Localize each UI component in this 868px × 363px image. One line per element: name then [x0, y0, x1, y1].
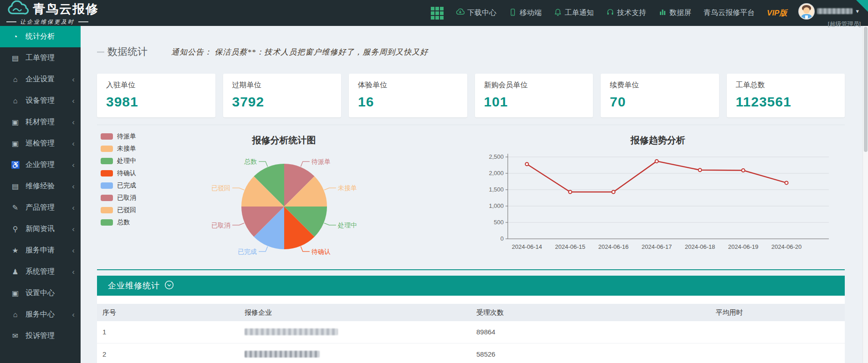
cell-company: [239, 321, 471, 343]
sidebar-item-设备管理[interactable]: ⌂设备管理‹: [0, 90, 81, 111]
stat-cards-row: 入驻单位3981过期单位3792体验单位16新购会员单位101续费单位70工单总…: [97, 74, 845, 117]
svg-text:2024-06-20: 2024-06-20: [771, 243, 802, 250]
svg-text:2024-06-15: 2024-06-15: [555, 243, 585, 250]
cell-company: [239, 343, 471, 363]
nav-item-6[interactable]: 青鸟云报修平台: [704, 8, 755, 18]
sidebar-item-投诉管理[interactable]: ✉投诉管理: [0, 325, 81, 347]
nav-item-2[interactable]: 移动端: [509, 8, 541, 18]
company-stats-panel: 企业维修统计 序号报修企业受理次数平均用时 189864258526: [97, 276, 845, 363]
sidebar-item-服务申请[interactable]: ★服务申请‹: [0, 240, 81, 261]
star-icon: ★: [11, 246, 20, 255]
pie-chart: 待派单未接单处理中待确认已完成已取消已驳回总数: [186, 153, 382, 261]
legend-item-已完成[interactable]: 已完成: [101, 182, 136, 190]
cell-count: 89864: [471, 321, 710, 343]
stat-value: 70: [610, 94, 710, 110]
sidebar-item-label: 产品管理: [26, 203, 55, 212]
sidebar-item-系统管理[interactable]: ♟系统管理‹: [0, 261, 81, 282]
legend-label: 已完成: [117, 182, 136, 190]
sidebar-item-企业设置[interactable]: ⌂企业设置‹: [0, 69, 81, 90]
nav-item-label: 青鸟云报修平台: [704, 8, 755, 18]
sidebar-item-巡检管理[interactable]: ▣巡检管理‹: [0, 133, 81, 154]
sidebar-item-统计分析[interactable]: ◔统计分析: [0, 26, 81, 47]
list-icon: ▤: [11, 182, 20, 191]
nav-item-label: 数据屏: [669, 8, 691, 18]
scrollbar[interactable]: [863, 26, 868, 363]
svg-text:2,000: 2,000: [489, 170, 504, 176]
svg-text:待确认: 待确认: [311, 248, 330, 255]
nav-item-label: 移动端: [520, 8, 541, 18]
svg-text:总数: 总数: [244, 158, 257, 165]
legend-label: 未接单: [117, 145, 136, 153]
svg-text:2024-06-18: 2024-06-18: [684, 243, 715, 250]
legend-swatch: [101, 195, 113, 201]
nav-item-5[interactable]: 数据屏: [659, 8, 691, 18]
svg-text:1,000: 1,000: [489, 202, 504, 209]
svg-text:未接单: 未接单: [337, 184, 357, 192]
legend-item-待确认[interactable]: 待确认: [101, 169, 136, 177]
user-menu[interactable]: ▾ [超级管理员]: [799, 4, 859, 19]
legend-label: 待派单: [117, 132, 136, 141]
sidebar-item-工单管理[interactable]: ▤工单管理: [0, 47, 81, 69]
sidebar-item-维修经验[interactable]: ▤维修经验‹: [0, 176, 81, 197]
pie-legend: 待派单未接单处理中待确认已完成已取消已驳回总数: [101, 132, 136, 231]
box-icon: ▣: [11, 289, 20, 297]
chevron-left-icon: ‹: [72, 268, 75, 276]
cell-seq: 2: [97, 343, 239, 363]
chevron-down-circle-icon[interactable]: [164, 280, 174, 292]
legend-item-总数[interactable]: 总数: [101, 218, 136, 227]
legend-item-已驳回[interactable]: 已驳回: [101, 206, 136, 214]
nav-item-1[interactable]: 下载中心: [456, 8, 496, 18]
legend-swatch: [101, 158, 113, 164]
table-row: 189864: [97, 321, 845, 343]
legend-item-已取消[interactable]: 已取消: [101, 194, 136, 202]
home-icon: ⌂: [11, 97, 20, 105]
stat-value: 16: [358, 94, 458, 110]
user-icon: ♟: [11, 267, 20, 276]
table-header-报修企业: 报修企业: [239, 304, 471, 321]
title-dash: [97, 51, 104, 53]
stat-label: 过期单位: [232, 81, 332, 90]
sidebar-item-label: 统计分析: [26, 32, 55, 41]
scrollbar-thumb[interactable]: [864, 27, 868, 152]
sidebar-item-新闻资讯[interactable]: ⚲新闻资讯‹: [0, 218, 81, 240]
sidebar-item-label: 维修经验: [26, 182, 55, 191]
sidebar-item-label: 服务中心: [26, 310, 55, 319]
svg-text:已取消: 已取消: [211, 222, 230, 229]
cell-avg-time: [710, 321, 845, 343]
notice-label: 通知公告：: [171, 48, 212, 56]
legend-item-未接单[interactable]: 未接单: [101, 145, 136, 153]
svg-text:2024-06-17: 2024-06-17: [641, 243, 672, 250]
box-icon: ▣: [11, 139, 20, 148]
sidebar-item-企业管理[interactable]: ♿企业管理‹: [0, 154, 81, 176]
chat-icon: ✉: [11, 332, 20, 340]
legend-label: 处理中: [117, 157, 136, 165]
legend-swatch: [101, 146, 113, 152]
sidebar-item-产品管理[interactable]: ✎产品管理‹: [0, 197, 81, 218]
app-logo[interactable]: 青鸟云报修 让企业维保更及时: [0, 0, 109, 26]
section-header[interactable]: 企业维修统计: [97, 276, 845, 296]
apps-grid-icon[interactable]: [431, 7, 444, 20]
nav-item-4[interactable]: 技术支持: [606, 8, 646, 18]
search-icon: ⚲: [11, 225, 20, 233]
legend-item-待派单[interactable]: 待派单: [101, 132, 136, 141]
nav-item-7[interactable]: VIP版: [767, 8, 787, 18]
svg-text:2,500: 2,500: [489, 153, 504, 160]
section-divider: [97, 269, 845, 270]
legend-label: 已取消: [117, 194, 136, 202]
stat-card-续费单位: 续费单位70: [601, 74, 719, 117]
sidebar-item-label: 巡检管理: [26, 139, 55, 148]
stat-value: 101: [484, 94, 584, 110]
svg-text:待派单: 待派单: [311, 158, 330, 165]
nav-item-label: VIP版: [767, 8, 787, 18]
stat-value: 1123561: [736, 94, 836, 110]
nav-item-3[interactable]: 工单通知: [554, 8, 594, 18]
legend-item-处理中[interactable]: 处理中: [101, 157, 136, 165]
sidebar-item-耗材管理[interactable]: ▣耗材管理‹: [0, 111, 81, 133]
sidebar-item-服务中心[interactable]: ⌂服务中心‹: [0, 304, 81, 325]
legend-swatch: [101, 182, 113, 189]
table-row: 258526: [97, 343, 845, 363]
table-header-平均用时: 平均用时: [710, 304, 845, 321]
line-chart: 05001,0001,5002,0002,5002024-06-142024-0…: [480, 150, 836, 264]
sidebar-item-设置中心[interactable]: ▣设置中心: [0, 282, 81, 304]
stat-label: 体验单位: [358, 81, 458, 90]
